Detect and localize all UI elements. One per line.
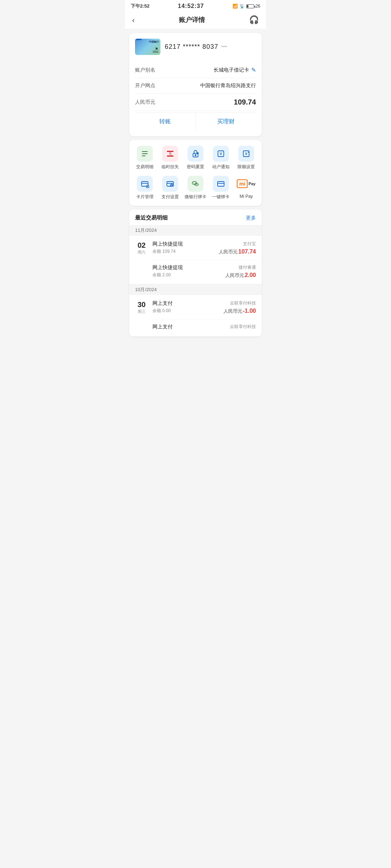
tx-day: 02 [135,241,148,250]
transfer-button[interactable]: 转账 [135,113,196,131]
svg-point-7 [195,155,196,156]
menu-label-mi-pay: Mi Pay [240,194,253,199]
branch-value: 中国银行青岛绍兴路支行 [200,82,256,89]
menu-item-notify[interactable]: ¥ 动户通知 [208,146,234,170]
pay-setting-icon [162,176,178,192]
tx-group-oct-30: 30 周三 网上支付 余额 0.00 众联享付科技 人民币元-1.00 网上支付 [129,295,262,337]
transaction-section: 最近交易明细 更多 11月/2024 02 周六 网上快捷提现 余额 109.7… [129,209,262,337]
tx-date-col: 30 周三 [135,300,148,331]
tx-name: 网上支付 [152,324,173,330]
menu-item-pwd-reset[interactable]: 密码重置 [183,146,208,170]
battery-level: 26 [256,4,260,9]
tx-left: 网上支付 [152,324,173,331]
svg-point-14 [248,152,249,153]
tx-entry[interactable]: 网上快捷提现 余额 109.74 支付宝 人民币元107.74 [152,241,256,260]
svg-rect-29 [218,182,224,186]
card-mgmt-icon [137,176,153,192]
service-icon[interactable]: 🎧 [249,15,259,25]
menu-item-limit[interactable]: ¥ 限额设置 [234,146,259,170]
svg-rect-2 [142,156,146,156]
tx-left: 网上支付 余额 0.00 [152,300,173,314]
nickname-value: 长城电子借记卡 ✎ [214,67,256,73]
status-bar: 下午2:52 14:52:37 📶 📡 26 [125,0,266,11]
eye-icon[interactable]: 〰 [221,44,227,50]
tx-name: 网上支付 [152,300,173,307]
currency-label: 人民币元 [135,99,155,106]
menu-item-wechat-bind[interactable]: 微银行绑卡 [183,176,208,200]
tx-amount: 人民币元2.00 [225,272,256,279]
menu-grid: 交易明细 失 临时挂失 密码重置 ¥ 动户通知 ¥ 限额设置 [132,146,259,200]
edit-icon[interactable]: ✎ [251,67,256,73]
tx-name: 网上快捷提现 [152,264,183,271]
menu-item-suspend[interactable]: 失 临时挂失 [157,146,183,170]
menu-item-pay-setting[interactable]: 支付设置 [157,176,183,200]
tx-left: 网上快捷提现 余额 2.00 [152,264,183,278]
menu-label-suspend: 临时挂失 [161,164,179,170]
tx-name: 网上快捷提现 [152,241,183,247]
svg-point-9 [197,153,198,154]
month-header-2: 10月/2024 [129,284,262,295]
tx-entry[interactable]: 网上支付 余额 0.00 众联享付科技 人民币元-1.00 [152,300,256,319]
one-bind-icon [213,176,229,192]
invest-button[interactable]: 买理财 [196,113,256,131]
tx-right: 众联享付科技 人民币元-1.00 [223,300,256,315]
tx-merchant: 支付宝 [219,241,256,247]
tx-balance: 余额 109.74 [152,248,183,255]
status-time-left: 下午2:52 [131,3,150,9]
more-link[interactable]: 更多 [246,215,256,221]
card-actions: 转账 买理财 [135,112,256,131]
tx-entry[interactable]: 网上支付 众联享付科技 [152,319,256,331]
tx-group-nov-02: 02 周六 网上快捷提现 余额 109.74 支付宝 人民币元107.74 网上… [129,236,262,284]
tx-details: 网上快捷提现 余额 109.74 支付宝 人民币元107.74 网上快捷提现 余… [152,241,256,279]
wifi-icon: 📡 [239,4,245,9]
svg-text:失: 失 [169,152,172,156]
tx-balance: 余额 2.00 [152,272,183,278]
suspend-icon: 失 [162,146,178,162]
card-number-row: 6217 ****** 8037 〰 [165,43,227,51]
nickname-label: 账户别名 [135,67,155,73]
card-header: 数字卡 中国银行 🏖 6217 ****** 8037 〰 [135,39,256,55]
tx-entry[interactable]: 网上快捷提现 余额 2.00 捷付睿通 人民币元2.00 [152,260,256,279]
card-thumbnail: 数字卡 中国银行 🏖 [135,39,160,55]
section-title: 最近交易明细 [135,214,168,221]
tx-right: 捷付睿通 人民币元2.00 [225,264,256,279]
menu-label-pay-setting: 支付设置 [161,194,179,200]
svg-rect-0 [142,151,148,152]
digital-card-badge: 数字卡 [135,39,142,40]
limit-icon: ¥ [238,146,254,162]
back-button[interactable]: ‹ [132,16,135,24]
tx-balance: 余额 0.00 [152,308,173,314]
signal-icon: 📶 [232,4,238,9]
menu-label-limit: 限额设置 [237,164,255,170]
tx-weekday: 周三 [135,309,148,314]
tx-merchant: 捷付睿通 [225,264,256,271]
svg-point-28 [197,184,198,185]
menu-item-one-bind[interactable]: 一键绑卡 [208,176,234,200]
tx-amount: 人民币元107.74 [219,248,256,255]
menu-label-card-mgmt: 卡片管理 [136,194,154,200]
menu-item-tx-detail[interactable]: 交易明细 [132,146,157,170]
account-card: 数字卡 中国银行 🏖 6217 ****** 8037 〰 账户别名 长城电子借… [129,33,262,136]
menu-label-tx-detail: 交易明细 [136,164,154,170]
tx-right: 众联享付科技 [230,324,256,331]
mi-pay-icon: mi Pay [238,176,254,192]
card-nickname-row: 账户别名 长城电子借记卡 ✎ [135,62,256,78]
notify-icon: ¥ [213,146,229,162]
menu-item-mi-pay[interactable]: mi Pay Mi Pay [234,176,259,200]
card-branch-row: 开户网点 中国银行青岛绍兴路支行 [135,78,256,94]
menu-item-card-mgmt[interactable]: 卡片管理 [132,176,157,200]
card-balance-row: 人民币元 109.74 [135,94,256,111]
tx-day: 30 [135,300,148,309]
battery-icon [246,4,254,8]
menu-label-notify: 动户通知 [212,164,230,170]
tx-details: 网上支付 余额 0.00 众联享付科技 人民币元-1.00 网上支付 众联享付科… [152,300,256,331]
tx-date-col: 02 周六 [135,241,148,279]
status-time-center: 14:52:37 [178,3,204,9]
menu-label-wechat-bind: 微银行绑卡 [185,194,206,200]
bank-logo: 中国银行 [149,40,159,44]
svg-point-24 [193,183,194,183]
tx-merchant: 众联享付科技 [223,300,256,306]
svg-rect-1 [142,153,148,154]
svg-point-27 [196,184,197,185]
page-title: 账户详情 [179,16,205,24]
